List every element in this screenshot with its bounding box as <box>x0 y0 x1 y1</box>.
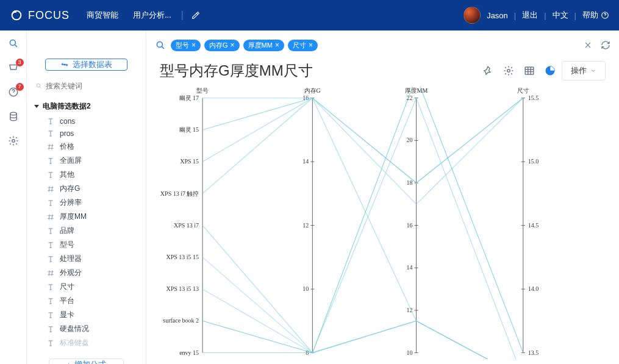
svg-text:envy 15: envy 15 <box>179 349 199 356</box>
parallel-chart[interactable]: 型号幽灵 17幽灵 15XPS 15XPS 13 i7 触控XPS 13 i7X… <box>154 87 612 359</box>
number-icon <box>46 143 55 151</box>
column-item[interactable]: 处理器 <box>39 252 138 266</box>
add-formula-button[interactable]: + 增加公式 <box>49 359 124 364</box>
column-label: 处理器 <box>60 254 82 264</box>
column-label: 外观分 <box>60 268 82 278</box>
chip-remove-icon[interactable]: × <box>231 41 235 49</box>
query-chip[interactable]: 型号× <box>171 40 201 51</box>
text-icon <box>46 339 55 348</box>
rail-db[interactable] <box>7 110 20 123</box>
number-icon <box>46 269 55 277</box>
column-label: 厚度MM <box>60 212 87 222</box>
column-label: 内存G <box>60 184 80 194</box>
number-icon <box>46 185 55 193</box>
chip-remove-icon[interactable]: × <box>275 41 279 49</box>
column-item[interactable]: 厚度MM <box>39 210 138 224</box>
svg-text:型号: 型号 <box>196 87 209 94</box>
rail-cart[interactable]: 3 <box>7 61 20 74</box>
rail-ai[interactable]: 7 <box>7 85 20 99</box>
rail-settings[interactable] <box>7 134 20 148</box>
pin-icon[interactable] <box>482 65 493 76</box>
refresh-icon[interactable] <box>601 40 610 50</box>
nav-tab-1[interactable]: 用户分析... <box>131 6 174 24</box>
number-icon <box>46 213 55 221</box>
text-icon <box>46 325 55 334</box>
column-item[interactable]: 尺寸 <box>39 280 138 294</box>
query-chip[interactable]: 尺寸× <box>288 40 318 51</box>
select-datasource-button[interactable]: 选择数据表 <box>45 59 127 71</box>
query-chip[interactable]: 厚度MM× <box>243 40 284 51</box>
tree-header[interactable]: 电脑筛选数据2 <box>34 98 138 115</box>
column-item[interactable]: 品牌 <box>39 224 138 238</box>
sidebar-search-input[interactable] <box>46 82 137 90</box>
avatar[interactable] <box>463 7 481 24</box>
plus-icon: + <box>66 360 71 365</box>
nav-tab-0[interactable]: 商贸智能 <box>84 6 121 24</box>
column-item[interactable]: 内存G <box>39 182 138 196</box>
column-item[interactable]: 其他 <box>39 168 138 182</box>
column-item[interactable]: 价格 <box>39 140 138 154</box>
chip-remove-icon[interactable]: × <box>309 41 313 49</box>
svg-text:16: 16 <box>407 222 413 229</box>
column-label: 其他 <box>60 170 74 180</box>
svg-text:14: 14 <box>407 264 413 271</box>
help-icon <box>601 11 609 20</box>
table-icon[interactable] <box>524 65 535 76</box>
column-item[interactable]: 显卡 <box>39 308 138 322</box>
svg-text:14.0: 14.0 <box>528 285 538 292</box>
text-icon <box>46 283 55 291</box>
text-icon <box>46 311 55 319</box>
app-name: FOCUS <box>28 9 70 22</box>
query-chip[interactable]: 内存G× <box>204 40 240 51</box>
column-item[interactable]: cons <box>39 115 138 127</box>
left-rail: 3 7 <box>0 30 27 364</box>
column-label: 尺寸 <box>60 282 74 292</box>
column-item[interactable]: 全面屏 <box>39 154 138 168</box>
rail-search[interactable] <box>7 37 20 50</box>
column-tree: conspros价格全面屏其他内存G分辨率厚度MM品牌型号处理器外观分尺寸平台显… <box>39 115 138 350</box>
column-item[interactable]: 标准键盘 <box>39 336 138 350</box>
svg-text:13.5: 13.5 <box>528 349 538 356</box>
svg-text:XPS 13 i5 13: XPS 13 i5 13 <box>166 285 199 292</box>
chip-remove-icon[interactable]: × <box>191 41 196 49</box>
app-logo[interactable]: FOCUS <box>10 9 70 22</box>
operation-button[interactable]: 操作 <box>562 61 606 80</box>
exchange-icon <box>60 60 69 69</box>
lang-link[interactable]: 中文 <box>553 10 568 21</box>
svg-point-6 <box>157 41 162 47</box>
svg-text:14: 14 <box>302 158 309 165</box>
svg-point-7 <box>507 70 510 73</box>
username[interactable]: Jason <box>487 11 508 20</box>
title-actions <box>482 65 556 76</box>
chevron-down-icon <box>590 68 596 74</box>
logout-link[interactable]: 退出 <box>522 10 538 21</box>
ai-badge: 7 <box>16 83 24 91</box>
caret-down-icon <box>34 105 39 108</box>
svg-point-5 <box>37 84 40 88</box>
svg-text:幽灵 17: 幽灵 17 <box>179 95 199 101</box>
sidebar-search[interactable] <box>34 82 138 90</box>
close-icon[interactable] <box>584 41 592 49</box>
query-chips: 型号×内存G×厚度MM×尺寸× <box>171 40 579 51</box>
svg-text:内存G: 内存G <box>304 87 321 94</box>
gear-icon[interactable] <box>503 65 514 76</box>
chart-type-icon[interactable] <box>545 65 556 76</box>
edit-icon[interactable] <box>191 10 201 20</box>
text-icon <box>46 157 55 165</box>
svg-text:15.0: 15.0 <box>528 158 538 165</box>
svg-text:XPS 13 i5 15: XPS 13 i5 15 <box>166 254 199 260</box>
column-item[interactable]: 硬盘情况 <box>39 322 138 336</box>
search-icon[interactable] <box>155 40 166 51</box>
column-item[interactable]: pros <box>39 127 138 140</box>
column-label: 品牌 <box>60 226 74 236</box>
column-item[interactable]: 型号 <box>39 238 138 252</box>
query-bar: 型号×内存G×厚度MM×尺寸× <box>146 30 619 60</box>
text-icon <box>46 241 55 249</box>
column-item[interactable]: 分辨率 <box>39 196 138 210</box>
help-link[interactable]: 帮助 <box>582 10 609 21</box>
column-item[interactable]: 平台 <box>39 294 138 308</box>
text-icon <box>46 227 55 235</box>
column-item[interactable]: 外观分 <box>39 266 138 280</box>
svg-text:XPS 13 i7: XPS 13 i7 <box>174 222 199 229</box>
gear-icon <box>8 135 19 146</box>
